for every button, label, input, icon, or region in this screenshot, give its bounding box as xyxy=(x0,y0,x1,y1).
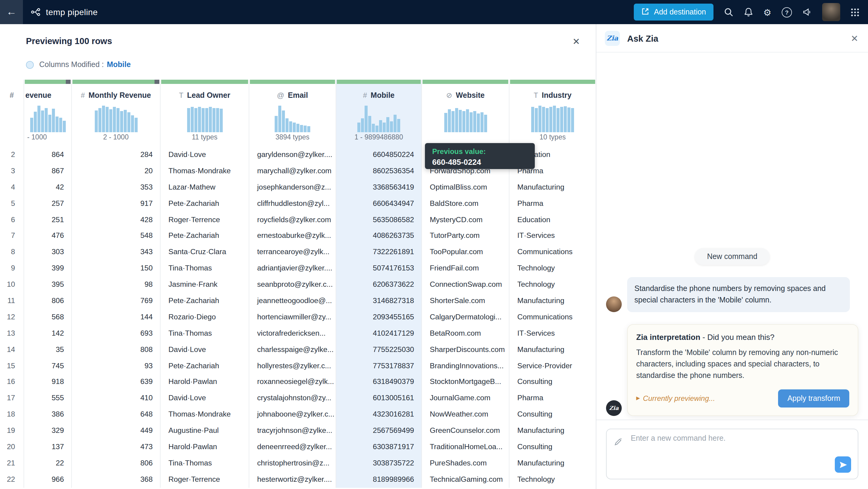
cell-owner[interactable]: Pete·Zachariah xyxy=(161,358,249,374)
cell-revenue[interactable]: 303 xyxy=(24,244,71,261)
cell-website[interactable]: SharperDiscounts.com xyxy=(422,341,509,358)
cell-owner[interactable]: David·Love xyxy=(161,341,249,358)
cell-email[interactable]: marychall@zylker.com xyxy=(249,163,336,179)
cell-revenue[interactable]: 966 xyxy=(24,471,71,488)
column-header-index[interactable]: # xyxy=(0,88,24,103)
cell-mobile[interactable]: 7753178837 xyxy=(336,358,421,374)
row-number[interactable]: 15 xyxy=(0,358,24,374)
announcements-megaphone-icon[interactable] xyxy=(802,7,812,17)
cell-monthly[interactable]: 144 xyxy=(72,309,160,326)
column-header-industry[interactable]: TIndustry xyxy=(509,88,596,103)
cell-mobile[interactable]: 5074176153 xyxy=(336,260,421,276)
cell-website[interactable]: BrandingInnovations... xyxy=(422,358,509,374)
row-number[interactable]: 8 xyxy=(0,244,24,261)
cell-industry[interactable]: Manufacturing xyxy=(509,423,596,439)
cell-industry[interactable]: Consulting xyxy=(509,439,596,455)
row-number[interactable]: 5 xyxy=(0,195,24,212)
row-number[interactable]: 14 xyxy=(0,341,24,358)
cell-monthly[interactable]: 808 xyxy=(72,341,160,358)
row-number[interactable]: 17 xyxy=(0,390,24,406)
cell-website[interactable]: PureShades.com xyxy=(422,455,509,471)
cell-owner[interactable]: Harold·Pawlan xyxy=(161,439,249,455)
row-number[interactable]: 22 xyxy=(0,471,24,488)
cell-industry[interactable]: Pharma xyxy=(509,195,596,212)
cell-owner[interactable]: Pete·Zachariah xyxy=(161,228,249,244)
cell-industry[interactable]: Pharma xyxy=(509,390,596,406)
cell-email[interactable]: hesterwortiz@zylker.... xyxy=(249,471,336,488)
cell-website[interactable]: NowWeather.com xyxy=(422,406,509,423)
cell-revenue[interactable]: 142 xyxy=(24,326,71,342)
cell-owner[interactable]: Tina·Thomas xyxy=(161,326,249,342)
cell-email[interactable]: hortenciawmiller@zy... xyxy=(249,309,336,326)
cell-revenue[interactable]: 806 xyxy=(24,293,71,309)
cell-industry[interactable]: Consulting xyxy=(509,406,596,423)
user-avatar[interactable] xyxy=(822,3,840,21)
cell-monthly[interactable]: 548 xyxy=(72,228,160,244)
cell-email[interactable]: christophertrosin@z... xyxy=(249,455,336,471)
cell-email[interactable]: terrancearoye@zylk... xyxy=(249,244,336,261)
cell-industry[interactable]: Communications xyxy=(509,309,596,326)
cell-mobile[interactable]: 4323016281 xyxy=(336,406,421,423)
cell-email[interactable]: seanbproto@zylker.c... xyxy=(249,276,336,293)
cell-industry[interactable]: Manufacturing xyxy=(509,341,596,358)
cell-industry[interactable]: Communications xyxy=(509,244,596,261)
notifications-bell-icon[interactable] xyxy=(743,7,753,17)
row-number[interactable]: 12 xyxy=(0,309,24,326)
cell-website[interactable]: TechnicalGaming.com xyxy=(422,471,509,488)
cell-revenue[interactable]: 745 xyxy=(24,358,71,374)
cell-owner[interactable]: Roger·Terrence xyxy=(161,212,249,228)
cell-owner[interactable]: Santa·Cruz·Clara xyxy=(161,244,249,261)
row-number[interactable]: 4 xyxy=(0,179,24,195)
zia-close-icon[interactable]: ✕ xyxy=(851,34,858,43)
cell-industry[interactable]: Manufacturing xyxy=(509,293,596,309)
cell-email[interactable]: adriantjavier@zylker.... xyxy=(249,260,336,276)
preview-close-icon[interactable]: ✕ xyxy=(572,36,580,45)
cell-owner[interactable]: Tina·Thomas xyxy=(161,260,249,276)
cell-industry[interactable]: Service·Provider xyxy=(509,358,596,374)
apply-transform-button[interactable]: Apply transform xyxy=(778,389,849,407)
cell-revenue[interactable]: 251 xyxy=(24,212,71,228)
cell-revenue[interactable]: 42 xyxy=(24,179,71,195)
column-header-mobile[interactable]: #Mobile xyxy=(336,88,421,103)
cell-website[interactable]: FriendFail.com xyxy=(422,260,509,276)
cell-owner[interactable]: Jasmine·Frank xyxy=(161,276,249,293)
cell-mobile[interactable]: 6206373622 xyxy=(336,276,421,293)
cell-mobile[interactable]: 6013005161 xyxy=(336,390,421,406)
help-icon[interactable]: ? xyxy=(782,7,792,17)
cell-email[interactable]: garyldenson@zylker.... xyxy=(249,147,336,163)
row-number[interactable]: 6 xyxy=(0,212,24,228)
cell-revenue[interactable]: 476 xyxy=(24,228,71,244)
cell-mobile[interactable]: 7322261891 xyxy=(336,244,421,261)
cell-email[interactable]: josephkanderson@z... xyxy=(249,179,336,195)
cell-industry[interactable]: Technology xyxy=(509,471,596,488)
cell-revenue[interactable]: 399 xyxy=(24,260,71,276)
cell-owner[interactable]: Pete·Zachariah xyxy=(161,195,249,212)
cell-mobile[interactable]: 4086263735 xyxy=(336,228,421,244)
cell-revenue[interactable]: 918 xyxy=(24,374,71,390)
cell-mobile[interactable]: 6604850224 xyxy=(336,147,421,163)
cell-mobile[interactable]: 6606434947 xyxy=(336,195,421,212)
cell-owner[interactable]: David·Love xyxy=(161,147,249,163)
cell-industry[interactable]: IT·Services xyxy=(509,228,596,244)
cell-industry[interactable]: IT·Services xyxy=(509,326,596,342)
cell-owner[interactable]: David·Love xyxy=(161,390,249,406)
cell-revenue[interactable]: 395 xyxy=(24,276,71,293)
cell-monthly[interactable]: 368 xyxy=(72,471,160,488)
modified-column-link[interactable]: Mobile xyxy=(107,60,131,69)
cell-email[interactable]: roycfields@zylker.com xyxy=(249,212,336,228)
cell-revenue[interactable]: 568 xyxy=(24,309,71,326)
cell-mobile[interactable]: 3368563419 xyxy=(336,179,421,195)
cell-mobile[interactable]: 2567569499 xyxy=(336,423,421,439)
cell-website[interactable]: CalgaryDermatologi... xyxy=(422,309,509,326)
cell-website[interactable]: TraditionalHomeLoa... xyxy=(422,439,509,455)
cell-email[interactable]: crystalajohnston@zy... xyxy=(249,390,336,406)
cell-email[interactable]: roxanneosiegel@zylk... xyxy=(249,374,336,390)
cell-mobile[interactable]: 3146827318 xyxy=(336,293,421,309)
search-icon[interactable] xyxy=(723,7,733,17)
cell-industry[interactable]: Technology xyxy=(509,276,596,293)
cell-industry[interactable]: Manufacturing xyxy=(509,179,596,195)
send-button[interactable] xyxy=(835,456,851,473)
cell-email[interactable]: tracyrjohnson@zylke... xyxy=(249,423,336,439)
row-number[interactable]: 3 xyxy=(0,163,24,179)
row-number[interactable]: 20 xyxy=(0,439,24,455)
